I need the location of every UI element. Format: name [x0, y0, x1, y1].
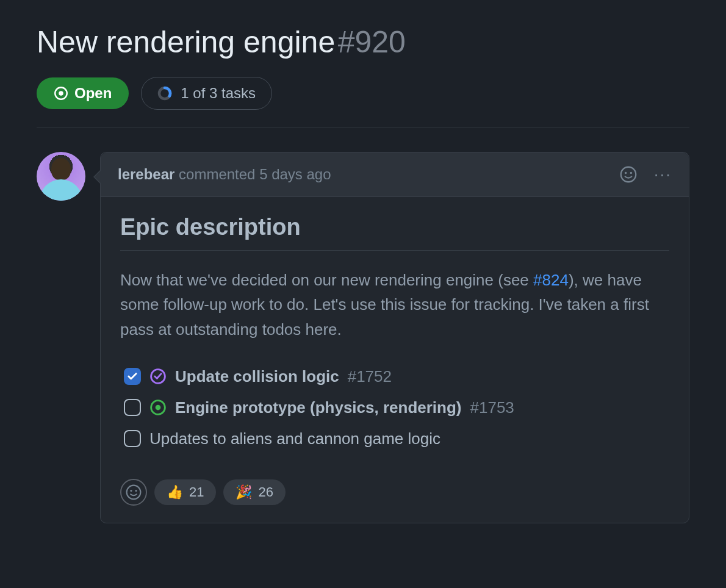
comment-meta: lerebear commented 5 days ago: [118, 166, 331, 183]
task-title[interactable]: Update collision logic: [175, 367, 339, 386]
comment-box: lerebear commented 5 days ago ··· Epic d…: [100, 152, 689, 523]
task-item: Updates to aliens and cannon game logic: [120, 423, 669, 454]
kebab-icon[interactable]: ···: [654, 165, 672, 184]
reaction-emoji: 👍: [167, 484, 183, 500]
epic-heading: Epic description: [120, 214, 669, 251]
task-list: Update collision logic #1752 Engine prot…: [120, 361, 669, 454]
task-title[interactable]: Engine prototype (physics, rendering): [175, 398, 462, 417]
issue-title: New rendering engine: [37, 25, 335, 59]
issue-open-icon: [54, 86, 68, 101]
comment-body: Epic description Now that we've decided …: [101, 197, 689, 523]
issue-closed-icon: [149, 368, 167, 385]
task-progress-label: 1 of 3 tasks: [181, 85, 256, 102]
svg-point-9: [127, 486, 141, 500]
reaction-chip[interactable]: 👍 21: [154, 479, 216, 505]
task-ref[interactable]: #1753: [470, 398, 514, 417]
svg-point-10: [130, 490, 132, 492]
task-checkbox[interactable]: [124, 399, 141, 416]
comment-header: lerebear commented 5 days ago ···: [101, 152, 689, 197]
smiley-icon: [126, 484, 142, 500]
comment-actions: ···: [620, 165, 672, 184]
reactions-row: 👍 21 🎉 26: [120, 479, 669, 506]
comment-section: lerebear commented 5 days ago ··· Epic d…: [37, 152, 689, 523]
task-progress-icon: [157, 86, 172, 101]
reaction-emoji: 🎉: [235, 484, 252, 500]
add-reaction-button[interactable]: [120, 479, 147, 506]
task-checkbox[interactable]: [124, 430, 141, 447]
status-row: Open 1 of 3 tasks: [37, 77, 689, 127]
task-ref[interactable]: #1752: [348, 367, 392, 386]
issue-open-icon: [149, 399, 167, 416]
open-status-label: Open: [74, 85, 112, 102]
svg-point-3: [620, 167, 636, 182]
description-text: Now that we've decided on our new render…: [120, 268, 669, 342]
avatar[interactable]: [37, 152, 85, 201]
comment-author[interactable]: lerebear: [118, 166, 174, 182]
issue-link[interactable]: #824: [533, 271, 569, 289]
task-checkbox[interactable]: [124, 368, 141, 385]
open-status-badge: Open: [37, 77, 129, 109]
title-row: New rendering engine #920: [37, 24, 689, 60]
issue-number: #920: [338, 25, 406, 59]
reaction-count: 26: [258, 484, 273, 500]
task-progress-badge[interactable]: 1 of 3 tasks: [141, 77, 272, 110]
body-pre: Now that we've decided on our new render…: [120, 271, 533, 289]
svg-point-5: [630, 172, 632, 174]
checkmark-icon: [127, 371, 138, 382]
task-item: Engine prototype (physics, rendering) #1…: [120, 392, 669, 423]
comment-time[interactable]: 5 days ago: [259, 166, 331, 182]
task-item: Update collision logic #1752: [120, 361, 669, 392]
reaction-count: 21: [189, 484, 204, 500]
task-title: Updates to aliens and cannon game logic: [149, 429, 440, 448]
issue-header: New rendering engine #920 Open 1 of 3 ta…: [37, 24, 689, 127]
svg-point-1: [59, 91, 63, 96]
reaction-chip[interactable]: 🎉 26: [223, 479, 285, 505]
svg-point-4: [625, 172, 627, 174]
smiley-icon[interactable]: [620, 166, 637, 183]
comment-action: commented: [179, 166, 255, 182]
svg-point-11: [135, 490, 137, 492]
svg-point-8: [156, 405, 161, 411]
